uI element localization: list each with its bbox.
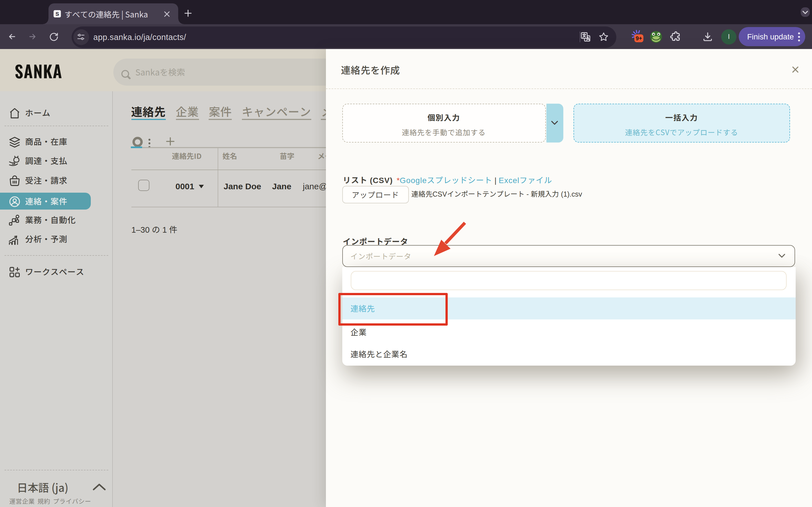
new-tab-icon[interactable] [185,10,192,17]
view-options-kebab-icon[interactable] [148,138,151,147]
uploaded-file-name: 連絡先CSVインポートテンプレート - 新規入力 (1).csv [411,186,582,203]
panel-title: 連絡先を作成 [341,62,400,76]
finish-update-label: Finish update [747,33,794,41]
cell-last-name[interactable]: Jane Doe [223,181,261,191]
translate-icon[interactable] [579,24,592,49]
mode-individual-card[interactable]: 個別入力 連絡先を手動で追加する [342,104,546,142]
viewbar-active-underline [131,147,142,148]
sidebar-item-label: ホーム [25,106,50,118]
sidebar-item-analytics[interactable]: 分析・予測 [0,230,113,247]
url-text[interactable]: app.sanka.io/ja/contacts/ [93,26,186,48]
sidebar-item-label: 商品・在庫 [25,135,67,147]
global-search-input[interactable]: Sankaを検索 [113,58,350,86]
toolbar-divider [580,32,580,42]
forward-button[interactable] [28,24,38,49]
mode-individual-title: 個別入力 [343,111,545,122]
tab-contacts[interactable]: 連絡先 [131,104,166,120]
tab-companies[interactable]: 企業 [175,104,199,120]
profile-avatar[interactable]: I [721,29,737,44]
browser-menu-kebab-icon[interactable] [798,32,800,41]
excel-link[interactable]: Excelファイル [499,175,552,184]
sidebar-item-products[interactable]: 商品・在庫 [0,132,113,149]
option-contacts-companies[interactable]: 連絡先と企業名 [342,343,796,365]
add-view-icon[interactable] [166,137,174,145]
mode-bulk-subtitle: 連絡先をCSVでアップロードする [574,126,789,137]
svg-text:9+: 9+ [636,36,642,42]
window-chevron-icon[interactable] [801,7,809,17]
search-placeholder: Sankaを検索 [135,58,185,86]
bookmark-star-icon[interactable] [598,24,610,49]
cell-contact-id[interactable]: 0001 [163,181,194,191]
footer-link-company[interactable]: 運営企業 [9,496,35,505]
import-data-select[interactable]: インポートデータ [342,245,795,267]
workspace-icon [8,266,19,276]
mode-bulk-card[interactable]: 一括入力 連絡先をCSVでアップロードする [573,104,790,142]
select-chevron-icon [778,252,785,259]
row-checkbox[interactable] [138,179,149,191]
sidebar-divider [4,126,108,126]
sidebar-item-procurement[interactable]: 調達・支払 [0,152,113,169]
app-logo[interactable]: SANKA [15,60,62,82]
sidebar-item-contacts[interactable]: 連絡・案件 [0,192,91,209]
annotation-highlight-rectangle [338,293,448,326]
google-sheet-link[interactable]: Googleスプレッドシート [400,175,492,184]
url-bar[interactable]: app.sanka.io/ja/contacts/ [71,26,616,48]
home-icon [8,107,19,117]
tab-campaigns[interactable]: キャンペーン [242,104,311,120]
sidebar-item-orders[interactable]: 受注・請求 [0,171,113,188]
csv-list-label: リスト (CSV) [343,175,393,184]
footer-link-terms[interactable]: 規約 [38,496,50,505]
sidebar-item-label: ワークスペース [25,265,84,277]
extensions-puzzle-icon[interactable] [669,24,682,49]
sidebar-item-home[interactable]: ホーム [0,104,113,121]
browser-tabstrip: S すべての連絡先 | Sanka [0,0,812,24]
column-header-firstname[interactable]: 苗字 [280,151,294,160]
tab-favicon: S [54,10,61,17]
csv-list-row: リスト (CSV) *Googleスプレッドシート | Excelファイル [343,174,552,185]
circle-user-icon [8,195,19,206]
row-caret-down-icon[interactable] [199,184,204,188]
sidebar-item-label: 調達・支払 [25,154,67,166]
link-separator: | [495,175,497,184]
layers-icon [8,135,19,146]
chevron-up-icon[interactable] [92,483,107,490]
dropdown-search-input[interactable] [350,271,786,290]
view-circle-icon[interactable] [132,136,140,145]
column-header-id[interactable]: 連絡先ID [165,151,202,160]
sidebar-item-label: 分析・予測 [25,233,67,244]
downloads-icon[interactable] [701,24,714,49]
cell-first-name[interactable]: Jane [272,181,291,191]
mode-individual-dropdown[interactable] [546,104,563,142]
panel-close-icon[interactable] [792,66,798,72]
search-icon [119,68,128,76]
sidebar-item-automation[interactable]: 業務・自動化 [0,211,113,228]
sidebar-item-label: 業務・自動化 [25,213,76,225]
sidebar-footer-links[interactable]: 運営企業 規約 プライバシー [9,496,91,505]
tab-title: すべての連絡先 | Sanka [64,3,160,24]
sidebar-item-label: 受注・請求 [25,174,67,186]
sidebar-item-workspace[interactable]: ワークスペース [0,263,113,279]
mode-bulk-title: 一括入力 [574,111,789,122]
column-header-lastname[interactable]: 姓名 [222,151,237,160]
tab-deals[interactable]: 案件 [209,104,232,120]
pagination-text: 1–30 の 1 件 [132,223,177,235]
language-selector[interactable]: 日本語 (ja) [17,479,68,494]
mode-individual-subtitle: 連絡先を手動で追加する [343,126,545,137]
reload-button[interactable] [49,24,59,49]
finish-update-button[interactable]: Finish update [739,27,805,46]
annotation-arrow [430,218,470,260]
panel-divider [326,89,812,89]
browser-toolbar: app.sanka.io/ja/contacts/ 9+ [0,24,812,49]
workflow-icon [8,214,19,224]
upload-button[interactable]: アップロード [342,186,409,203]
cell-email[interactable]: jane@ [303,181,327,191]
site-info-icon[interactable] [73,29,89,45]
browser-tab[interactable]: S すべての連絡先 | Sanka [49,3,178,24]
sidebar-divider [4,255,108,256]
back-button[interactable] [7,24,17,49]
tab-close-icon[interactable] [163,10,170,17]
screen: S すべての連絡先 | Sanka app.sanka.io/ja/contac [0,0,812,507]
extension-badge-icon[interactable]: 9+ [630,24,644,49]
frog-extension-icon[interactable] [649,24,663,49]
footer-link-privacy[interactable]: プライバシー [53,496,91,505]
